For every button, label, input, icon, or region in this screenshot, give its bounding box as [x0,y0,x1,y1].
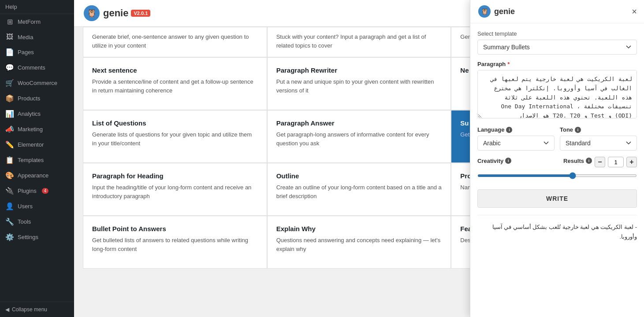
sidebar-label-products: Products [18,95,40,102]
card-title-0: Next sentence [92,66,258,74]
version-badge: V2.0.1 [131,10,150,17]
sidebar-items-container: ⊞ MetForm 🖼 Media 📄 Pages 💬 Comments 🛒 W… [0,14,74,245]
sidebar-item-comments[interactable]: 💬 Comments [0,60,74,75]
card-title-10: Explain Why [276,225,442,232]
select-template-section: Select template Summary Bullets [477,30,637,55]
card-title-4: Paragraph Answer [276,119,442,127]
creativity-info-icon: i [505,158,511,164]
sidebar-icon-metform: ⊞ [5,18,14,26]
tone-select[interactable]: Standard Formal Casual [560,136,637,151]
sidebar-icon-analytics: 📊 [5,110,14,118]
tone-info-icon: i [575,127,581,133]
sidebar-item-analytics[interactable]: 📊 Analytics [0,106,74,122]
genie-logo: 🦉 genie V2.0.1 [83,4,150,22]
sidebar-label-pages: Pages [18,49,34,55]
sidebar-item-products[interactable]: 📦 Products [0,91,74,106]
required-star: * [507,61,510,67]
tone-section: Tone i Standard Formal Casual [560,126,637,151]
results-controls: Results i − + [563,157,637,167]
card-title-9: Bullet Point to Answers [92,225,258,232]
partial-card-1-text: Stuck with your content? Input a paragra… [276,33,442,50]
sidebar-label-media: Media [18,34,33,41]
sidebar-label-users: Users [18,203,33,210]
sidebar-item-marketing[interactable]: 📣 Marketing [0,122,74,137]
sidebar-item-appearance[interactable]: 🎨 Appearance [0,168,74,183]
card-4[interactable]: Paragraph Answer Get paragraph-long answ… [267,110,451,163]
sidebar-label-elementor: Elementor [18,141,44,148]
sidebar-item-tools[interactable]: 🔧 Tools [0,214,74,229]
sidebar-icon-tools: 🔧 [5,217,14,226]
language-tone-row: Language i Arabic English French Tone i … [477,126,637,151]
sidebar-icon-users: 👤 [5,202,14,210]
sidebar-label-templates: Templates [18,157,44,163]
panel-owl-icon: 🦉 [477,4,491,18]
language-info-icon: i [506,127,512,133]
creativity-slider-container [477,171,637,179]
sidebar-item-elementor[interactable]: ✏️ Elementor [0,137,74,152]
card-desc-4: Get paragraph-long answers of informativ… [276,130,442,147]
card-0[interactable]: Next sentence Provide a sentence/line of… [83,57,267,110]
genie-logo-text: genie [103,7,128,19]
sidebar-icon-elementor: ✏️ [5,140,14,149]
svg-text:🦉: 🦉 [481,8,489,15]
card-9[interactable]: Bullet Point to Answers Get bulleted lis… [83,216,267,269]
panel-genie-text: genie [494,7,515,16]
card-desc-6: Input the heading/title of your long-for… [92,183,258,200]
card-desc-9: Get bulleted lists of answers to related… [92,236,258,253]
panel-body: Select template Summary Bullets Paragrap… [470,23,644,317]
card-desc-7: Create an outline of your long-form cont… [276,183,442,200]
card-desc-10: Questions need answering and concepts ne… [276,236,442,253]
sidebar-item-users[interactable]: 👤 Users [0,199,74,214]
collapse-menu-button[interactable]: ◀ Collapse menu [0,302,74,317]
output-text: - لعبة الكريكيت هي لعبة خارجية تُلعب بشك… [477,222,637,242]
sidebar-item-settings[interactable]: ⚙️ Settings [0,229,74,245]
write-button[interactable]: WRITE [477,189,637,208]
genie-owl-icon: 🦉 [83,4,101,22]
results-decrement-button[interactable]: − [595,157,605,167]
card-6[interactable]: Paragraph for Heading Input the heading/… [83,163,267,216]
results-increment-button[interactable]: + [626,157,637,167]
card-1[interactable]: Paragraph Rewriter Put a new and unique … [267,57,451,110]
sidebar-item-media[interactable]: 🖼 Media [0,29,74,44]
sidebar-label-tools: Tools [18,218,31,225]
sidebar-icon-pages: 📄 [5,48,14,56]
sidebar-icon-templates: 📋 [5,156,14,164]
results-label: Results i [563,158,592,164]
select-template-label: Select template [477,30,637,37]
sidebar-label-marketing: Marketing [18,126,43,133]
card-7[interactable]: Outline Create an outline of your long-f… [267,163,451,216]
results-info-icon: i [586,158,592,164]
sidebar-label-plugins: Plugins [18,188,37,194]
partial-card-1: Stuck with your content? Input a paragra… [267,27,451,57]
sidebar-item-templates[interactable]: 📋 Templates [0,152,74,168]
close-button[interactable]: × [632,7,637,16]
sidebar-item-metform[interactable]: ⊞ MetForm [0,14,74,29]
panel-overlay: 🦉 genie × Select template Summary Bullet… [470,0,644,317]
card-title-7: Outline [276,172,442,180]
sidebar-label-analytics: Analytics [18,111,41,117]
sidebar-item-woocommerce[interactable]: 🛒 WooCommerce [0,75,74,91]
sidebar-label-metform: MetForm [18,18,41,25]
sidebar-item-plugins[interactable]: 🔌 Plugins 4 [0,183,74,199]
sidebar-icon-comments: 💬 [5,63,14,72]
card-title-6: Paragraph for Heading [92,172,258,180]
card-10[interactable]: Explain Why Questions need answering and… [267,216,451,269]
panel-genie-logo: 🦉 genie [477,4,515,18]
paragraph-textarea[interactable] [477,70,637,118]
tone-label: Tone i [560,126,637,133]
sidebar-icon-woocommerce: 🛒 [5,79,14,87]
language-select[interactable]: Arabic English French [477,136,555,151]
results-input[interactable] [608,157,624,167]
sidebar-label-comments: Comments [18,64,45,71]
creativity-results-row: Creativity i Results i − + [477,157,637,179]
sidebar-item-pages[interactable]: 📄 Pages [0,44,74,60]
sidebar-icon-marketing: 📣 [5,125,14,133]
paragraph-section: Paragraph * [477,61,637,120]
sidebar-icon-plugins: 🔌 [5,187,14,195]
creativity-results-header: Creativity i Results i − + [477,157,637,167]
sidebar-label-settings: Settings [18,234,38,240]
template-select[interactable]: Summary Bullets [477,40,637,55]
creativity-slider[interactable] [477,174,637,177]
card-3[interactable]: List of Questions Generate lists of ques… [83,110,267,163]
paragraph-label: Paragraph * [477,61,637,67]
